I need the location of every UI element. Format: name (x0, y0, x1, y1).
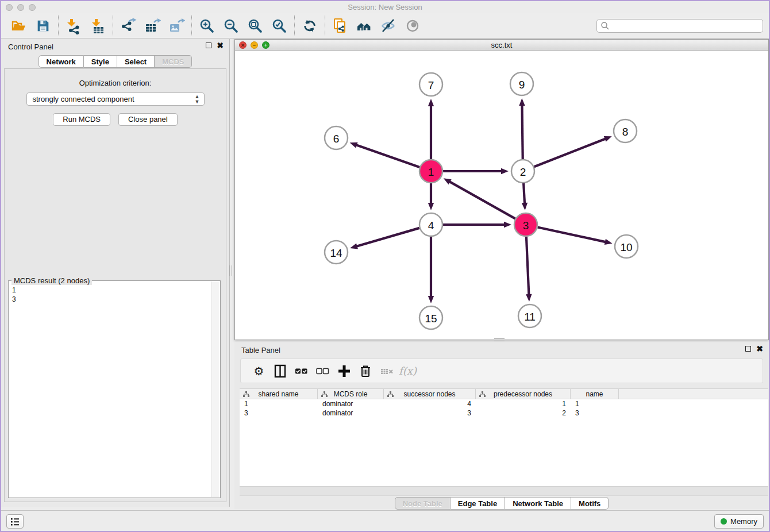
tab-network[interactable]: Network (38, 55, 84, 68)
table-cell[interactable]: 1 (476, 399, 571, 408)
graph-node-6[interactable]: 6 (325, 126, 348, 149)
show-all-button[interactable] (401, 15, 425, 37)
show-columns-button[interactable] (271, 362, 289, 380)
tab-network-table[interactable]: Network Table (505, 497, 571, 510)
graph-arrowhead (350, 243, 358, 249)
tab-style[interactable]: Style (84, 55, 117, 68)
mcds-result-text[interactable]: 1 3 (12, 286, 211, 496)
graph-node-3[interactable]: 3 (514, 213, 537, 236)
close-panel-button[interactable]: Close panel (118, 113, 178, 126)
column-header-shared-name[interactable]: shared name (240, 389, 318, 399)
export-table-button[interactable] (140, 15, 164, 37)
tab-select[interactable]: Select (117, 55, 155, 68)
graph-node-14[interactable]: 14 (325, 241, 348, 264)
zoom-out-icon (223, 18, 239, 34)
task-history-button[interactable] (6, 514, 24, 529)
splitter-handle-horizontal[interactable] (494, 338, 505, 341)
run-mcds-button[interactable]: Run MCDS (53, 113, 110, 126)
add-column-button[interactable] (335, 362, 353, 380)
memory-status-icon (721, 518, 727, 525)
graph-edge-3-11[interactable] (526, 237, 529, 295)
table-row[interactable]: 1dominator411 (240, 399, 768, 408)
select-all-button[interactable] (292, 362, 310, 380)
search-input[interactable] (610, 21, 759, 30)
graph-node-8[interactable]: 8 (614, 119, 637, 142)
table-row[interactable]: 3dominator323 (240, 408, 768, 418)
tab-mcds[interactable]: MCDS (155, 55, 192, 68)
close-panel-icon[interactable]: ✖ (217, 42, 224, 49)
delete-column-button[interactable] (378, 362, 395, 380)
delete-button[interactable] (356, 362, 374, 380)
main-toolbar (1, 13, 769, 38)
table-cell[interactable]: 1 (240, 399, 318, 408)
search-field[interactable] (596, 19, 763, 33)
svg-text:2: 2 (520, 166, 526, 178)
float-table-panel-icon[interactable] (745, 346, 751, 352)
close-table-panel-icon[interactable]: ✖ (756, 345, 763, 352)
first-neighbors-button[interactable] (352, 15, 376, 37)
graph-node-11[interactable]: 11 (518, 304, 541, 327)
search-icon (600, 21, 610, 30)
tab-motifs[interactable]: Motifs (571, 497, 609, 510)
graph-edge-3-1[interactable] (449, 182, 515, 219)
graph-node-10[interactable]: 10 (615, 235, 638, 258)
column-header-successor-nodes[interactable]: successor nodes (384, 389, 476, 399)
refresh-layout-button[interactable] (298, 15, 322, 37)
tab-edge-table[interactable]: Edge Table (451, 497, 505, 510)
open-session-button[interactable] (7, 15, 31, 37)
graph-edge-2-9[interactable] (522, 105, 522, 159)
save-session-button[interactable] (31, 15, 55, 37)
graph-arrowhead (501, 168, 509, 174)
graph-node-4[interactable]: 4 (419, 213, 442, 236)
copy-network-button[interactable] (328, 15, 352, 37)
control-panel-header: Control Panel ✖ (1, 40, 229, 53)
import-network-button[interactable] (61, 15, 86, 37)
table-cell[interactable]: 3 (384, 408, 476, 418)
zoom-in-button[interactable] (195, 15, 219, 37)
table-cell[interactable]: 2 (476, 408, 571, 418)
table-cell[interactable]: 4 (384, 399, 476, 408)
zoom-selected-button[interactable] (267, 15, 291, 37)
column-header-predecessor-nodes[interactable]: predecessor nodes (476, 389, 571, 399)
export-image-button[interactable] (164, 15, 188, 37)
graph-edge-2-8[interactable] (534, 138, 606, 167)
zoom-fit-button[interactable] (243, 15, 267, 37)
function-builder-button[interactable]: f(x) (399, 362, 417, 380)
table-cell[interactable]: 1 (571, 399, 619, 408)
graph-edge-1-6[interactable] (356, 145, 419, 167)
splitter-handle-vertical[interactable] (229, 265, 232, 276)
table-cell[interactable]: 3 (571, 408, 619, 418)
column-tree-icon (243, 391, 249, 398)
export-table-icon (144, 17, 161, 34)
export-image-icon (168, 17, 185, 34)
table-cell[interactable]: 3 (240, 408, 318, 418)
column-header-name[interactable]: name (571, 389, 619, 399)
graph-edge-3-10[interactable] (538, 227, 606, 242)
float-panel-icon[interactable] (206, 43, 211, 48)
table-settings-button[interactable]: ⚙ (250, 362, 268, 380)
tab-node-table[interactable]: Node Table (395, 497, 451, 510)
column-header-MCDS-role[interactable]: MCDS role (318, 389, 384, 399)
graph-node-15[interactable]: 15 (419, 306, 442, 329)
graph-edge-4-14[interactable] (356, 228, 419, 246)
deselect-all-button[interactable] (314, 362, 332, 380)
graph-node-1[interactable]: 1 (419, 160, 442, 183)
add-column-icon (337, 364, 352, 379)
import-table-button[interactable] (86, 15, 110, 37)
zoom-fit-icon (247, 18, 263, 34)
graph-edge-2-3[interactable] (523, 183, 525, 204)
graph-node-2[interactable]: 2 (511, 160, 534, 183)
table-cell[interactable]: dominator (318, 408, 384, 418)
zoom-out-button[interactable] (219, 15, 243, 37)
graph-node-9[interactable]: 9 (510, 72, 533, 95)
criterion-dropdown[interactable]: strongly connected component ▲▼ (26, 92, 205, 106)
table-scrollbar[interactable] (240, 486, 768, 496)
hide-selected-button[interactable] (376, 15, 401, 37)
network-canvas[interactable]: 7968124314101511 (235, 51, 768, 340)
import-network-icon (65, 17, 82, 34)
memory-button[interactable]: Memory (714, 514, 764, 529)
table-cell[interactable]: dominator (318, 399, 384, 408)
graph-node-7[interactable]: 7 (419, 73, 442, 96)
result-scrollbar[interactable] (211, 282, 220, 497)
export-network-button[interactable] (116, 15, 140, 37)
